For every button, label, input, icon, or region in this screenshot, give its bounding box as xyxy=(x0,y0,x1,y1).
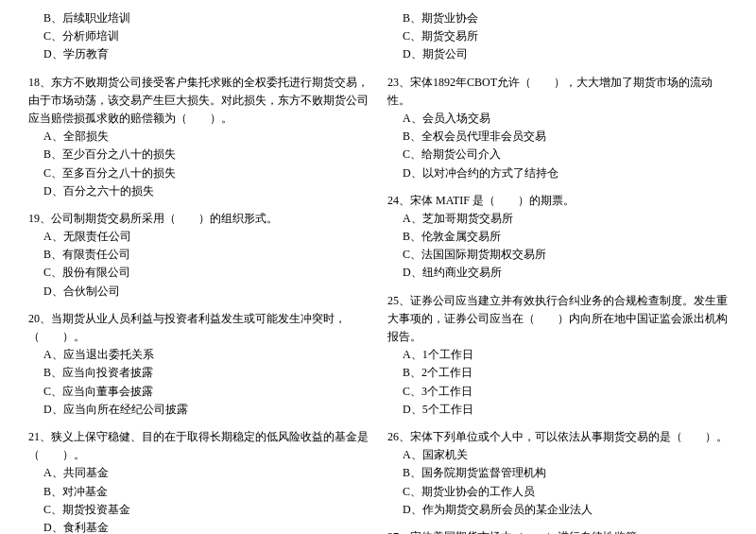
question-block: 18、东方不败期货公司接受客户集托求账的全权委托进行期货交易，由于市场动荡，该交… xyxy=(28,74,369,200)
question-title: 23、宋体1892年CBOT允许（ ），大大增加了期货市场的流动性。 xyxy=(387,74,728,110)
option: A、应当退出委托关系 xyxy=(28,346,369,364)
question-title: 20、当期货从业人员利益与投资者利益发生或可能发生冲突时，（ ）。 xyxy=(28,310,369,346)
page-container: B、后续职业培训C、分析师培训D、学历教育18、东方不败期货公司接受客户集托求账… xyxy=(28,9,728,534)
right-column: B、期货业协会C、期货交易所D、期货公司23、宋体1892年CBOT允许（ ），… xyxy=(387,9,728,534)
option: D、作为期货交易所会员的某企业法人 xyxy=(387,501,728,519)
question-title: 26、宋体下列单位或个人中，可以依法从事期货交易的是（ ）。 xyxy=(387,428,728,446)
question-block: B、期货业协会C、期货交易所D、期货公司 xyxy=(387,9,728,64)
option: D、纽约商业交易所 xyxy=(387,264,728,282)
option: B、有限责任公司 xyxy=(28,246,369,264)
option: D、以对冲合约的方式了结持仓 xyxy=(387,164,728,182)
option: C、期货交易所 xyxy=(387,27,728,45)
option: A、国家机关 xyxy=(387,446,728,464)
option: A、无限责任公司 xyxy=(28,228,369,246)
question-block: 20、当期货从业人员利益与投资者利益发生或可能发生冲突时，（ ）。A、应当退出委… xyxy=(28,310,369,419)
question-block: 24、宋体 MATIF 是（ ）的期票。A、芝加哥期货交易所B、伦敦金属交易所C… xyxy=(387,192,728,283)
option: C、至多百分之八十的损失 xyxy=(28,164,369,182)
option: C、3个工作日 xyxy=(387,383,728,401)
option: C、期货投资基金 xyxy=(28,501,369,519)
option: B、应当向投资者披露 xyxy=(28,364,369,382)
question-title: 25、证券公司应当建立并有效执行合纠业务的合规检查制度。发生重大事项的，证券公司… xyxy=(387,292,728,347)
option: B、至少百分之八十的损失 xyxy=(28,146,369,164)
option: B、期货业协会 xyxy=(387,9,728,27)
question-block: 26、宋体下列单位或个人中，可以依法从事期货交易的是（ ）。A、国家机关B、国务… xyxy=(387,428,728,519)
question-title: 18、东方不败期货公司接受客户集托求账的全权委托进行期货交易，由于市场动荡，该交… xyxy=(28,74,369,129)
option: A、芝加哥期货交易所 xyxy=(387,210,728,228)
question-block: 23、宋体1892年CBOT允许（ ），大大增加了期货市场的流动性。A、会员入场… xyxy=(387,74,728,182)
question-block: 19、公司制期货交易所采用（ ）的组织形式。A、无限责任公司B、有限责任公司C、… xyxy=(28,210,369,301)
option: B、国务院期货监督管理机构 xyxy=(387,464,728,482)
option: D、学历教育 xyxy=(28,45,369,63)
question-block: B、后续职业培训C、分析师培训D、学历教育 xyxy=(28,9,369,64)
option: C、应当向董事会披露 xyxy=(28,383,369,401)
option: B、对冲基金 xyxy=(28,483,369,501)
option: C、股份有限公司 xyxy=(28,264,369,282)
question-block: 25、证券公司应当建立并有效执行合纠业务的合规检查制度。发生重大事项的，证券公司… xyxy=(387,292,728,419)
option: B、全权会员代理非会员交易 xyxy=(387,128,728,146)
option: D、合伙制公司 xyxy=(28,283,369,301)
question-title: 27、宋体美国期货市场由（ ）进行自律性监管。 xyxy=(387,528,728,534)
option: B、后续职业培训 xyxy=(28,9,369,27)
option: C、给期货公司介入 xyxy=(387,146,728,164)
option: D、期货公司 xyxy=(387,45,728,63)
question-block: 21、狭义上保守稳健、目的在于取得长期稳定的低风险收益的基金是（ ）。A、共同基… xyxy=(28,428,369,534)
option: C、分析师培训 xyxy=(28,27,369,45)
question-title: 19、公司制期货交易所采用（ ）的组织形式。 xyxy=(28,210,369,228)
option: D、5个工作日 xyxy=(387,401,728,419)
left-column: B、后续职业培训C、分析师培训D、学历教育18、东方不败期货公司接受客户集托求账… xyxy=(28,9,369,534)
option: A、共同基金 xyxy=(28,464,369,482)
option: C、期货业协会的工作人员 xyxy=(387,483,728,501)
option: A、1个工作日 xyxy=(387,346,728,364)
question-title: 21、狭义上保守稳健、目的在于取得长期稳定的低风险收益的基金是（ ）。 xyxy=(28,428,369,464)
option: D、食利基金 xyxy=(28,519,369,534)
option: B、伦敦金属交易所 xyxy=(387,228,728,246)
option: A、全部损失 xyxy=(28,128,369,146)
option: D、百分之六十的损失 xyxy=(28,182,369,200)
question-block: 27、宋体美国期货市场由（ ）进行自律性监管。A、商品期货交易委员会（CFTC） xyxy=(387,528,728,534)
question-title: 24、宋体 MATIF 是（ ）的期票。 xyxy=(387,192,728,210)
option: B、2个工作日 xyxy=(387,364,728,382)
option: D、应当向所在经纪公司披露 xyxy=(28,401,369,419)
option: A、会员入场交易 xyxy=(387,110,728,128)
option: C、法国国际期货期权交易所 xyxy=(387,246,728,264)
